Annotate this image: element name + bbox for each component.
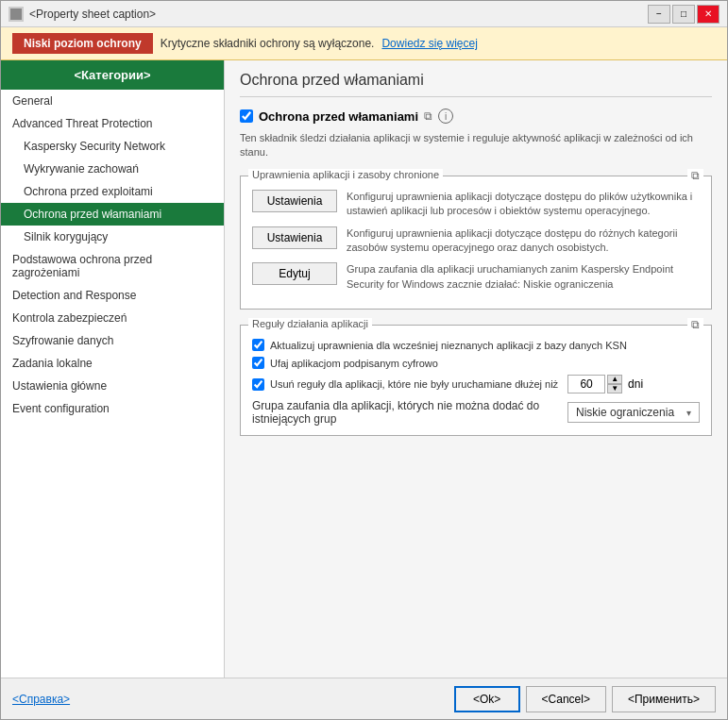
alert-level-label: Niski poziom ochrony xyxy=(12,33,153,54)
main-checkbox[interactable] xyxy=(240,109,253,123)
days-spinbox[interactable]: 60 xyxy=(567,375,605,393)
window-title: <Property sheet caption> xyxy=(29,8,648,21)
permissions-copy-icon[interactable]: ⧉ xyxy=(687,169,703,182)
help-link[interactable]: <Справка> xyxy=(12,693,70,706)
sidebar-item-ustawienia[interactable]: Ustawienia główne xyxy=(1,375,224,397)
maximize-button[interactable]: □ xyxy=(672,5,695,24)
permissions-group-title: Uprawnienia aplikacji i zasoby chronione xyxy=(248,169,443,180)
chevron-down-icon: ▾ xyxy=(686,408,691,418)
page-title: Ochrona przed włamaniami xyxy=(240,72,712,97)
rule-row-1: Aktualizuj uprawnienia dla wcześniej nie… xyxy=(252,339,700,351)
minimize-button[interactable]: − xyxy=(648,5,670,24)
sidebar-item-kaspersky-network[interactable]: Kaspersky Security Network xyxy=(1,135,224,158)
trust-dropdown[interactable]: Niskie ograniczenia ▾ xyxy=(567,402,700,423)
alert-link[interactable]: Dowiedz się więcej xyxy=(381,37,477,50)
rule-checkbox-2[interactable] xyxy=(252,357,264,369)
main-checkbox-label: Ochrona przed włamaniami xyxy=(259,109,418,124)
dropdown-value: Niskie ograniczenia xyxy=(576,406,674,419)
days-label: dni xyxy=(628,377,643,391)
footer: <Справка> <Ok> <Cancel> <Применить> xyxy=(1,678,727,719)
alert-message: Krytyczne składniki ochrony są wyłączone… xyxy=(161,37,375,50)
settings-desc-2: Konfiguruj uprawnienia aplikacji dotyczą… xyxy=(347,226,700,256)
apply-button[interactable]: <Применить> xyxy=(612,686,716,712)
permissions-group: Uprawnienia aplikacji i zasoby chronione… xyxy=(240,176,712,310)
settings-desc-1: Konfiguruj uprawnienia aplikacji dotyczą… xyxy=(347,190,700,219)
main-checkbox-row: Ochrona przed włamaniami ⧉ i xyxy=(240,109,712,124)
footer-buttons: <Ok> <Cancel> <Применить> xyxy=(454,686,716,712)
alert-bar: Niski poziom ochrony Krytyczne składniki… xyxy=(1,27,727,60)
rule-row-2: Ufaj aplikacjom podpisanym cyfrowo xyxy=(252,357,700,369)
settings-desc-3: Grupa zaufania dla aplikacji uruchamiany… xyxy=(347,262,700,292)
settings-button-2[interactable]: Ustawienia xyxy=(252,226,337,249)
days-spinbox-wrapper: 60 ▲ ▼ xyxy=(567,375,622,393)
info-icon[interactable]: i xyxy=(438,109,453,124)
main-layout: <Категории> General Advanced Threat Prot… xyxy=(1,60,727,678)
spin-up-button[interactable]: ▲ xyxy=(607,375,622,384)
sidebar-item-szyfrowanie[interactable]: Szyfrowanie danych xyxy=(1,329,224,352)
spin-down-button[interactable]: ▼ xyxy=(607,384,622,393)
settings-button-1[interactable]: Ustawienia xyxy=(252,190,337,212)
sidebar-header: <Категории> xyxy=(1,60,224,90)
window-controls: − □ ✕ xyxy=(648,5,720,24)
sidebar-item-zadania[interactable]: Zadania lokalne xyxy=(1,352,224,375)
settings-row-3: Edytuj Grupa zaufania dla aplikacji uruc… xyxy=(252,262,700,292)
main-description: Ten składnik śledzi działania aplikacji … xyxy=(240,131,712,160)
rule-row-3: Usuń reguły dla aplikacji, które nie był… xyxy=(252,375,700,393)
rule-label-2: Ufaj aplikacjom podpisanym cyfrowo xyxy=(270,358,438,369)
sidebar-item-kontrola[interactable]: Kontrola zabezpieczeń xyxy=(1,307,224,329)
sidebar-item-silnik-korygujacy[interactable]: Silnik korygujący xyxy=(1,226,224,248)
titlebar: <Property sheet caption> − □ ✕ xyxy=(1,1,727,27)
spin-buttons: ▲ ▼ xyxy=(607,375,622,393)
edit-button[interactable]: Edytuj xyxy=(252,262,337,285)
rule-label-3: Usuń reguły dla aplikacji, które nie był… xyxy=(270,378,558,390)
rule-label-1: Aktualizuj uprawnienia dla wcześniej nie… xyxy=(270,340,627,351)
rule-checkbox-1[interactable] xyxy=(252,339,264,351)
sidebar-item-ochrona-exploitami[interactable]: Ochrona przed exploitami xyxy=(1,180,224,203)
sidebar-item-ochrona-wlamaniami[interactable]: Ochrona przed włamaniami xyxy=(1,203,224,226)
rules-group-title: Reguły działania aplikacji xyxy=(248,318,372,329)
sidebar-item-detection-response[interactable]: Detection and Response xyxy=(1,284,224,307)
sidebar-item-advanced-threat[interactable]: Advanced Threat Protection xyxy=(1,112,224,135)
sidebar-item-podstawowa-ochrona[interactable]: Podstawowa ochrona przed zagrożeniami xyxy=(1,248,224,284)
settings-row-1: Ustawienia Konfiguruj uprawnienia aplika… xyxy=(252,190,700,219)
sidebar-item-general[interactable]: General xyxy=(1,90,224,112)
ok-button[interactable]: <Ok> xyxy=(454,686,520,712)
rules-copy-icon[interactable]: ⧉ xyxy=(687,318,703,331)
sidebar: <Категории> General Advanced Threat Prot… xyxy=(1,60,225,678)
rules-group: Reguły działania aplikacji ⧉ Aktualizuj … xyxy=(240,325,712,436)
group-trust-row: Grupa zaufania dla aplikacji, których ni… xyxy=(252,399,700,426)
group-trust-label: Grupa zaufania dla aplikacji, których ni… xyxy=(252,399,560,426)
close-button[interactable]: ✕ xyxy=(697,5,720,24)
cancel-button[interactable]: <Cancel> xyxy=(526,686,606,712)
settings-row-2: Ustawienia Konfiguruj uprawnienia aplika… xyxy=(252,226,700,256)
content-panel: Ochrona przed włamaniami Ochrona przed w… xyxy=(225,60,727,678)
sidebar-item-wykrywanie[interactable]: Wykrywanie zachowań xyxy=(1,158,224,180)
svg-rect-0 xyxy=(10,8,22,20)
rule-checkbox-3[interactable] xyxy=(252,378,264,391)
copy-icon[interactable]: ⧉ xyxy=(424,109,432,123)
sidebar-item-event-config[interactable]: Event configuration xyxy=(1,397,224,420)
window-icon xyxy=(8,7,24,22)
main-window: <Property sheet caption> − □ ✕ Niski poz… xyxy=(0,0,728,720)
